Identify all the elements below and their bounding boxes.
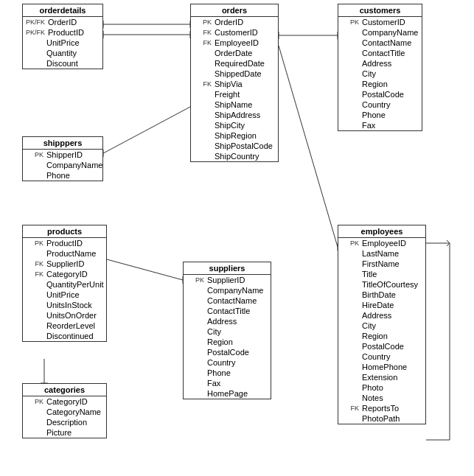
field-name: Photo bbox=[362, 383, 422, 392]
table-row: Address bbox=[338, 58, 422, 69]
key-label: PK bbox=[26, 151, 46, 158]
field-name: EmployeeID bbox=[362, 239, 422, 248]
table-row: CompanyName bbox=[184, 285, 271, 295]
table-categories: categoriesPKCategoryIDCategoryNameDescri… bbox=[22, 383, 107, 438]
field-name: CategoryID bbox=[46, 270, 103, 279]
table-row: Fax bbox=[338, 120, 422, 130]
table-row: PostalCode bbox=[338, 341, 425, 351]
table-row: HomePage bbox=[184, 388, 271, 399]
table-row: OrderDate bbox=[191, 48, 278, 58]
field-name: Region bbox=[362, 332, 422, 340]
table-row: Fax bbox=[184, 378, 271, 388]
field-name: PostalCode bbox=[362, 342, 422, 351]
table-header-shippers: shipppers bbox=[23, 137, 102, 150]
key-label: FK bbox=[341, 405, 362, 412]
table-row: Phone bbox=[338, 110, 422, 120]
table-body-orders: PKOrderIDFKCustomerIDFKEmployeeIDOrderDa… bbox=[191, 17, 278, 161]
table-products: productsPKProductIDProductNameFKSupplier… bbox=[22, 225, 107, 342]
field-name: Address bbox=[362, 311, 422, 320]
table-body-employees: PKEmployeeIDLastNameFirstNameTitleTitleO… bbox=[338, 238, 425, 424]
table-row: CategoryName bbox=[23, 407, 106, 417]
table-row: FKCustomerID bbox=[191, 27, 278, 38]
table-row: Region bbox=[338, 331, 425, 341]
field-name: Phone bbox=[362, 111, 419, 119]
field-name: Region bbox=[207, 337, 268, 346]
table-body-products: PKProductIDProductNameFKSupplierIDFKCate… bbox=[23, 238, 106, 341]
field-name: ContactName bbox=[207, 296, 268, 305]
table-row: PostalCode bbox=[338, 89, 422, 99]
field-name: Quantity bbox=[46, 49, 100, 57]
field-name: ContactName bbox=[362, 38, 419, 47]
svg-line-21 bbox=[447, 240, 450, 243]
table-row: ShipCountry bbox=[191, 151, 278, 161]
table-row: ContactTitle bbox=[338, 48, 422, 58]
table-row: UnitsInStock bbox=[23, 300, 106, 310]
field-name: PostalCode bbox=[362, 90, 419, 99]
field-name: Discontinued bbox=[46, 332, 103, 340]
table-row: Region bbox=[184, 337, 271, 347]
field-name: ShipRegion bbox=[215, 131, 275, 140]
table-row: Phone bbox=[23, 170, 102, 181]
table-row: UnitsOnOrder bbox=[23, 310, 106, 321]
key-label: PK bbox=[26, 239, 46, 247]
key-label: PK bbox=[341, 239, 362, 247]
key-label: FK bbox=[26, 270, 46, 278]
table-row: Discontinued bbox=[23, 331, 106, 341]
table-row: PKSupplierID bbox=[184, 275, 271, 285]
table-row: PostalCode bbox=[184, 347, 271, 357]
field-name: ShipperID bbox=[46, 150, 100, 159]
table-row: BirthDate bbox=[338, 290, 425, 300]
table-row: PK/FKOrderID bbox=[23, 17, 102, 27]
table-row: PKCategoryID bbox=[23, 396, 106, 407]
table-row: RequiredDate bbox=[191, 58, 278, 69]
field-name: PhotoPath bbox=[362, 414, 422, 423]
field-name: RequiredDate bbox=[215, 59, 275, 68]
table-header-orders: orders bbox=[191, 4, 278, 17]
table-row: ContactTitle bbox=[184, 306, 271, 316]
table-row: FKReportsTo bbox=[338, 403, 425, 413]
key-label: FK bbox=[26, 260, 46, 267]
field-name: ShipAddress bbox=[215, 111, 275, 119]
field-name: FirstName bbox=[362, 259, 422, 268]
table-row: ShipAddress bbox=[191, 110, 278, 120]
field-name: CustomerID bbox=[215, 28, 275, 37]
table-row: ShipPostalCode bbox=[191, 141, 278, 151]
field-name: Description bbox=[46, 418, 103, 427]
table-orderdetails: orderdetailsPK/FKOrderIDPK/FKProductIDUn… bbox=[22, 4, 103, 69]
field-name: City bbox=[207, 327, 268, 336]
table-suppliers: suppliersPKSupplierIDCompanyNameContactN… bbox=[183, 262, 271, 399]
table-row: Quantity bbox=[23, 48, 102, 58]
table-row: PKShipperID bbox=[23, 150, 102, 160]
table-row: ProductName bbox=[23, 248, 106, 259]
table-row: City bbox=[338, 321, 425, 331]
key-label: PK bbox=[187, 276, 207, 284]
field-name: Fax bbox=[207, 379, 268, 388]
table-row: FirstName bbox=[338, 259, 425, 269]
field-name: ProductID bbox=[48, 28, 100, 37]
field-name: BirthDate bbox=[362, 290, 422, 299]
table-row: Photo bbox=[338, 382, 425, 393]
table-body-categories: PKCategoryIDCategoryNameDescriptionPictu… bbox=[23, 396, 106, 438]
table-row: FKEmployeeID bbox=[191, 38, 278, 48]
svg-line-8 bbox=[279, 46, 338, 247]
table-header-customers: customers bbox=[338, 4, 422, 17]
field-name: SupplierID bbox=[207, 276, 268, 284]
table-row: UnitPrice bbox=[23, 290, 106, 300]
field-name: ShipVia bbox=[215, 80, 275, 88]
table-row: City bbox=[184, 326, 271, 337]
field-name: ContactTitle bbox=[362, 49, 419, 57]
table-row: PKProductID bbox=[23, 238, 106, 248]
table-row: PKEmployeeID bbox=[338, 238, 425, 248]
table-row: FKShipVia bbox=[191, 79, 278, 89]
table-row: Country bbox=[184, 357, 271, 368]
field-name: UnitsOnOrder bbox=[46, 311, 103, 320]
field-name: TitleOfCourtesy bbox=[362, 280, 422, 289]
table-row: TitleOfCourtesy bbox=[338, 279, 425, 290]
field-name: OrderID bbox=[48, 18, 100, 27]
table-header-suppliers: suppliers bbox=[184, 262, 271, 275]
table-header-products: products bbox=[23, 225, 106, 238]
table-row: CompanyName bbox=[23, 160, 102, 170]
table-row: ShipCity bbox=[191, 120, 278, 130]
field-name: Discount bbox=[46, 59, 100, 68]
field-name: Region bbox=[362, 80, 419, 88]
